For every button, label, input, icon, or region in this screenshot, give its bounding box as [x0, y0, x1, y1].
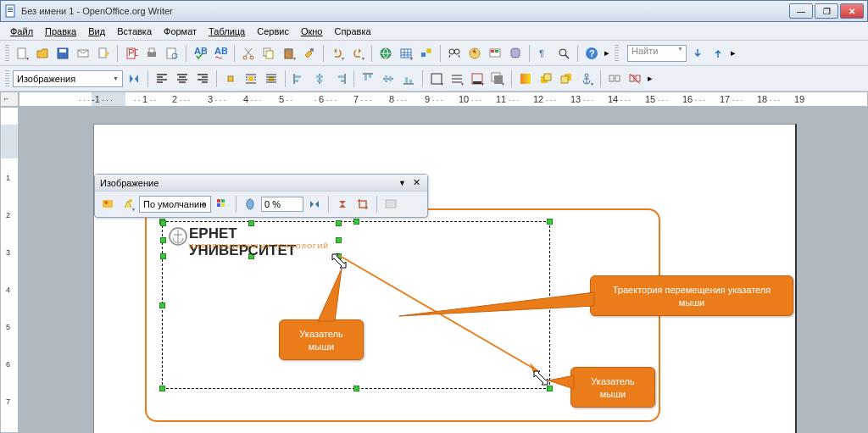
menu-format[interactable]: Формат — [159, 25, 202, 38]
email-button[interactable] — [74, 44, 92, 63]
toolbar-overflow-icon[interactable]: ▸ — [729, 44, 737, 63]
filter-combo[interactable]: По умолчанию — [139, 196, 211, 213]
wrap-through-button[interactable] — [262, 69, 281, 88]
export-pdf-button[interactable]: PDF — [122, 44, 141, 63]
flip-h-icon[interactable] — [305, 195, 324, 214]
resize-handle[interactable] — [160, 220, 166, 226]
resize-handle[interactable] — [160, 237, 166, 243]
h-align-left-button[interactable] — [290, 69, 309, 88]
v-align-middle-button[interactable] — [379, 69, 398, 88]
table-button[interactable] — [397, 44, 415, 63]
wrap-off-button[interactable] — [221, 69, 240, 88]
toolbar-grip[interactable] — [5, 70, 9, 87]
style-combo[interactable]: Изображения — [13, 70, 123, 87]
border-color-button[interactable] — [468, 69, 487, 88]
zoom-button[interactable] — [554, 44, 573, 63]
maximize-button[interactable]: ❐ — [815, 3, 838, 19]
preview-button[interactable] — [163, 44, 181, 63]
unlink-frame-button[interactable] — [605, 69, 624, 88]
v-align-bottom-button[interactable] — [399, 69, 418, 88]
image-toolbar[interactable]: Изображение ▼ ✕ По умолчанию 0 % — [94, 174, 428, 218]
menu-tools[interactable]: Сервис — [252, 25, 294, 38]
menu-insert[interactable]: Вставка — [112, 25, 157, 38]
find-next-button[interactable] — [688, 44, 707, 63]
gallery-button[interactable] — [486, 44, 504, 63]
menu-window[interactable]: Окно — [296, 25, 328, 38]
cut-button[interactable] — [239, 44, 258, 63]
resize-handle[interactable] — [353, 386, 359, 391]
align-center-icon[interactable] — [173, 69, 192, 88]
datasources-button[interactable] — [506, 44, 525, 63]
transparency-spinbox[interactable]: 0 % — [261, 197, 303, 212]
close-button[interactable]: ✕ — [840, 3, 864, 19]
h-align-right-button[interactable] — [331, 69, 349, 88]
filter-button[interactable] — [98, 195, 117, 214]
help-button[interactable]: ? — [582, 44, 601, 63]
align-left-icon[interactable] — [153, 69, 171, 88]
find-input[interactable]: Найти▼ — [627, 45, 687, 62]
resize-handle[interactable] — [159, 303, 165, 308]
menu-file[interactable]: Файл — [5, 25, 38, 38]
spellcheck-button[interactable]: ABC — [191, 44, 209, 63]
border-button[interactable] — [427, 69, 446, 88]
draw-button[interactable] — [417, 44, 436, 63]
navigator-button[interactable] — [465, 44, 484, 63]
svg-point-27 — [426, 48, 431, 53]
send-back-button[interactable] — [557, 69, 576, 88]
pin-icon[interactable]: ▼ — [398, 179, 406, 187]
toolbar-grip[interactable] — [5, 45, 9, 62]
svg-text:ABC: ABC — [214, 47, 227, 56]
nonprinting-button[interactable]: ¶ — [534, 44, 553, 63]
toolbar-overflow-icon[interactable]: ▸ — [603, 44, 611, 63]
new-button[interactable] — [13, 44, 31, 63]
paste-button[interactable] — [280, 44, 298, 63]
color-button[interactable] — [213, 195, 231, 214]
toolbar-grip[interactable] — [615, 45, 619, 62]
anchor-button[interactable] — [577, 69, 596, 88]
menu-edit[interactable]: Правка — [40, 25, 81, 38]
undo-button[interactable] — [328, 44, 347, 63]
graphics-mode-button[interactable] — [119, 195, 137, 214]
hyperlink-button[interactable] — [376, 44, 395, 63]
print-button[interactable] — [142, 44, 161, 63]
svg-rect-79 — [221, 199, 225, 203]
find-button[interactable] — [445, 44, 464, 63]
open-button[interactable] — [33, 44, 52, 63]
frame-props-button[interactable] — [381, 195, 400, 214]
horizontal-ruler[interactable]: · · · -1 · · · · · 1 · · 2 · · · 3 · · ·… — [19, 92, 868, 107]
align-right-icon[interactable] — [193, 69, 212, 88]
wrap-page-button[interactable] — [242, 69, 260, 88]
h-align-center-button[interactable] — [310, 69, 329, 88]
crop-icon[interactable] — [353, 195, 372, 214]
border-style-button[interactable] — [448, 69, 466, 88]
close-icon[interactable]: ✕ — [411, 177, 422, 188]
transparency-icon[interactable] — [241, 195, 259, 214]
autospellcheck-button[interactable]: ABC — [211, 44, 230, 63]
resize-handle[interactable] — [353, 219, 359, 225]
resize-handle[interactable] — [159, 386, 165, 391]
copy-button[interactable] — [259, 44, 278, 63]
flip-v-icon[interactable] — [333, 195, 352, 214]
v-align-top-button[interactable] — [359, 69, 377, 88]
edit-doc-button[interactable] — [94, 44, 113, 63]
redo-button[interactable] — [348, 44, 367, 63]
bring-front-button[interactable] — [537, 69, 555, 88]
find-prev-button[interactable] — [709, 44, 727, 63]
logo-image[interactable]: ЕРНЕТ УНИВЕРСИТЕТ ИНФОРМАЦИОННЫХ ТЕХНОЛО… — [164, 224, 338, 256]
save-button[interactable] — [53, 44, 72, 63]
menu-help[interactable]: Справка — [329, 25, 376, 38]
gradient-button[interactable] — [516, 69, 535, 88]
menu-table[interactable]: Таблица — [203, 25, 250, 38]
image-toolbar-titlebar[interactable]: Изображение ▼ ✕ — [95, 175, 427, 192]
resize-handle[interactable] — [160, 253, 166, 259]
resize-handle[interactable] — [547, 219, 553, 225]
format-paintbrush-button[interactable] — [300, 44, 319, 63]
flip-h-button[interactable] — [125, 69, 143, 88]
vertical-ruler[interactable]: 1 2 3 4 5 6 7 8 — [0, 107, 19, 433]
toolbar-overflow-icon[interactable]: ▸ — [646, 69, 654, 88]
minimize-button[interactable]: — — [789, 3, 813, 19]
document-view[interactable]: ЕРНЕТ УНИВЕРСИТЕТ ИНФОРМАЦИОННЫХ ТЕХНОЛО… — [19, 107, 868, 433]
link-frame-button[interactable] — [626, 69, 644, 88]
menu-view[interactable]: Вид — [83, 25, 110, 38]
shadow-button[interactable] — [488, 69, 507, 88]
